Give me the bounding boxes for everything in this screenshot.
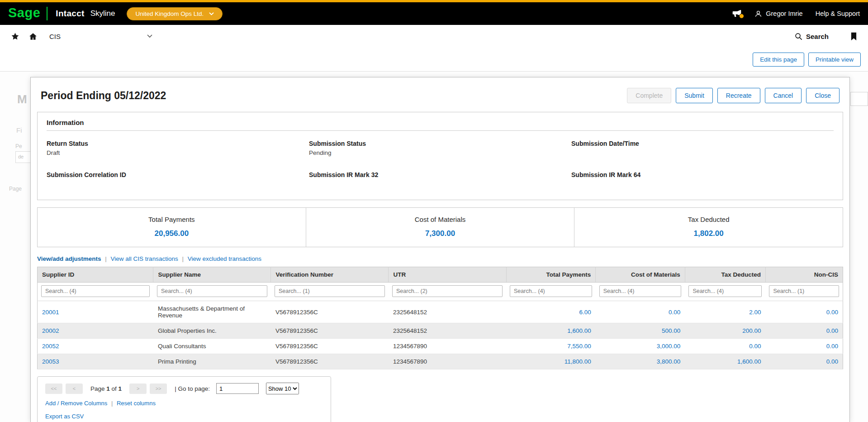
reset-columns-link[interactable]: Reset columns: [117, 400, 156, 407]
supplier-id-link[interactable]: 20001: [42, 309, 59, 316]
information-grid: Return Status Draft Submission Status Pe…: [47, 140, 834, 188]
search-button[interactable]: Search: [792, 32, 831, 41]
next-page-button[interactable]: >: [129, 384, 147, 394]
information-heading: Information: [47, 119, 834, 131]
non-cis-cell[interactable]: 0.00: [765, 339, 843, 354]
col-cost-of-materials[interactable]: Cost of Materials: [596, 267, 685, 283]
module-dropdown[interactable]: CIS: [49, 33, 152, 40]
col-supplier-id[interactable]: Supplier ID: [38, 267, 153, 283]
col-tax-deducted[interactable]: Tax Deducted: [685, 267, 765, 283]
entity-label: United Kingdom Ops Ltd.: [135, 10, 204, 17]
col-utr[interactable]: UTR: [389, 267, 506, 283]
non-cis-cell[interactable]: 0.00: [765, 301, 843, 323]
supplier-id-link[interactable]: 20052: [42, 343, 59, 350]
col-total-payments[interactable]: Total Payments: [506, 267, 596, 283]
search-verification-number-input[interactable]: [275, 285, 385, 297]
cost-of-materials-cell[interactable]: 3,000.00: [596, 339, 685, 354]
export-csv-link[interactable]: Export as CSV: [45, 413, 84, 420]
star-icon: [11, 32, 19, 41]
total-payments-cell[interactable]: 7,550.00: [506, 339, 596, 354]
view-excluded-transactions-link[interactable]: View excluded transactions: [188, 255, 261, 262]
first-page-button[interactable]: <<: [45, 384, 62, 394]
table-header-row: Supplier ID Supplier Name Verification N…: [38, 267, 843, 283]
non-cis-cell[interactable]: 0.00: [765, 323, 843, 339]
verification-number-cell: V5678912356C: [271, 354, 389, 369]
announcements-button[interactable]: [732, 10, 742, 18]
table-row: 20052 Quali Consultants V5678912356C 123…: [38, 339, 843, 354]
page-indicator: Page 1 of 1: [90, 385, 122, 392]
col-non-cis[interactable]: Non-CIS: [765, 267, 843, 283]
prev-page-button[interactable]: <: [66, 384, 83, 394]
total-payments-cell[interactable]: 1,600.00: [506, 323, 596, 339]
utr-cell: 1234567890: [389, 339, 506, 354]
summary-value: 7,300.00: [306, 229, 574, 238]
summary-value: 20,956.00: [38, 229, 306, 238]
bookmark-button[interactable]: [849, 30, 859, 43]
page-toolbar: Edit this page Printable view: [0, 48, 868, 72]
page-total: 1: [119, 385, 122, 392]
goto-page-input[interactable]: [216, 383, 259, 394]
user-menu[interactable]: Gregor Imrie: [754, 10, 802, 18]
link-separator: |: [111, 400, 113, 407]
cost-of-materials-cell[interactable]: 0.00: [596, 301, 685, 323]
printable-view-button[interactable]: Printable view: [808, 53, 861, 67]
add-remove-columns-link[interactable]: Add / Remove Columns: [45, 400, 107, 407]
col-verification-number[interactable]: Verification Number: [271, 267, 389, 283]
cost-of-materials-cell[interactable]: 3,800.00: [596, 354, 685, 369]
last-page-button[interactable]: >>: [150, 384, 167, 394]
search-icon: [795, 33, 802, 40]
search-tax-deducted-input[interactable]: [688, 285, 762, 297]
cancel-button[interactable]: Cancel: [765, 88, 802, 103]
view-all-cis-transactions-link[interactable]: View all CIS transactions: [111, 255, 178, 262]
background-page-fragment: Page: [9, 186, 22, 192]
goto-page-label: | Go to page:: [175, 385, 210, 392]
submit-button[interactable]: Submit: [676, 88, 713, 103]
tax-deducted-cell[interactable]: 0.00: [685, 339, 765, 354]
search-label: Search: [806, 33, 829, 40]
page-label: Page: [90, 385, 105, 392]
supplier-id-link[interactable]: 20053: [42, 358, 59, 365]
tax-deducted-cell[interactable]: 2.00: [685, 301, 765, 323]
background-title-fragment: M: [17, 92, 27, 106]
period-ending-panel: Period Ending 05/12/2022 Complete Submit…: [30, 77, 850, 422]
supplier-id-link[interactable]: 20002: [42, 327, 59, 334]
search-supplier-id-input[interactable]: [41, 285, 150, 297]
recreate-button[interactable]: Recreate: [717, 88, 760, 103]
view-add-adjustments-link[interactable]: View/add adjustments: [37, 255, 101, 262]
supplier-name-cell: Quali Consultants: [153, 339, 271, 354]
user-icon: [754, 10, 762, 18]
field-submission-ir-mark-64: Submission IR Mark 64: [571, 171, 834, 188]
tax-deducted-cell[interactable]: 200.00: [685, 323, 765, 339]
link-separator: |: [105, 255, 107, 262]
utr-cell: 2325648152: [389, 301, 506, 323]
total-payments-cell[interactable]: 11,800.00: [506, 354, 596, 369]
cost-of-materials-cell[interactable]: 500.00: [596, 323, 685, 339]
table-row: 20053 Prima Printing V5678912356C 123456…: [38, 354, 843, 369]
search-non-cis-input[interactable]: [769, 285, 839, 297]
total-payments-cell[interactable]: 6.00: [506, 301, 596, 323]
suppliers-table: Supplier ID Supplier Name Verification N…: [37, 267, 843, 369]
search-supplier-name-input[interactable]: [157, 285, 267, 297]
search-cost-of-materials-input[interactable]: [599, 285, 682, 297]
tax-deducted-cell[interactable]: 1,600.00: [685, 354, 765, 369]
close-button[interactable]: Close: [806, 88, 840, 103]
col-supplier-name[interactable]: Supplier Name: [153, 267, 271, 283]
field-value: Draft: [47, 149, 309, 157]
page-of-label: of: [112, 385, 117, 392]
help-link[interactable]: Help & Support: [816, 10, 860, 17]
favorites-button[interactable]: [9, 30, 21, 43]
search-utr-input[interactable]: [392, 285, 503, 297]
page-size-select[interactable]: Show 10: [266, 383, 299, 394]
home-button[interactable]: [27, 30, 39, 43]
edit-page-button[interactable]: Edit this page: [753, 53, 804, 67]
field-submission-status: Submission Status Pending: [309, 140, 571, 157]
top-bar: Sage Intacct Skyline United Kingdom Ops …: [0, 2, 868, 25]
complete-button[interactable]: Complete: [627, 88, 671, 103]
link-separator: |: [182, 255, 184, 262]
non-cis-cell[interactable]: 0.00: [765, 354, 843, 369]
search-total-payments-input[interactable]: [510, 285, 592, 297]
export-row: Export as CSV: [45, 413, 323, 420]
background-period-fragment: Pe: [15, 143, 22, 149]
nav-right: Search: [792, 30, 859, 43]
entity-selector[interactable]: United Kingdom Ops Ltd.: [127, 7, 223, 20]
